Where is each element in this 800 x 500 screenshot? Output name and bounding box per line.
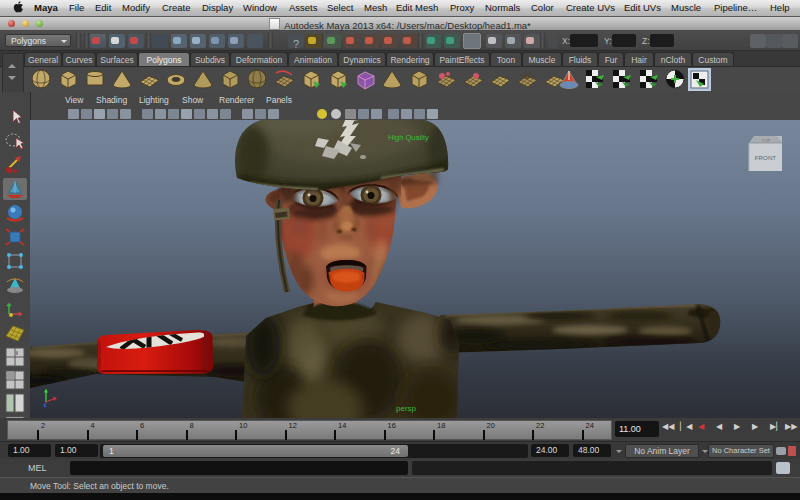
svg-text:persp: persp	[396, 404, 417, 413]
svg-text:FRONT: FRONT	[755, 154, 777, 161]
svg-text:TOP: TOP	[762, 138, 771, 143]
svg-text:High Quality: High Quality	[388, 133, 429, 142]
